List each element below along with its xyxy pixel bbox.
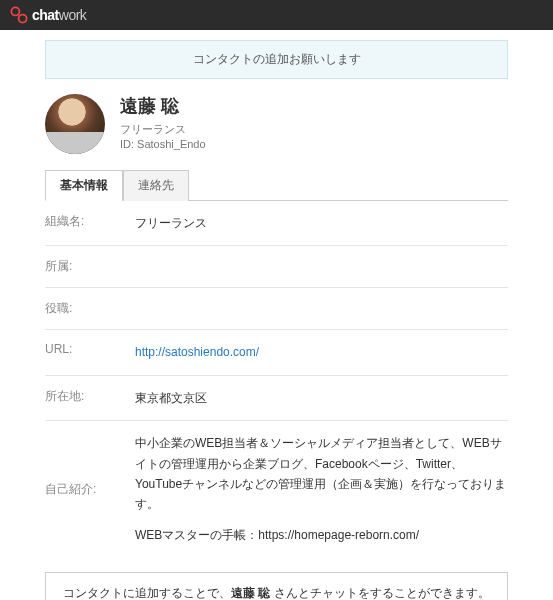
value-location: 東京都文京区 bbox=[135, 388, 508, 408]
row-dept: 所属: bbox=[45, 246, 508, 288]
brand-logo: chatwork bbox=[10, 6, 86, 24]
profile-role: フリーランス bbox=[120, 122, 206, 137]
avatar bbox=[45, 94, 105, 154]
tab-basic[interactable]: 基本情報 bbox=[45, 170, 123, 201]
label-intro: 自己紹介: bbox=[45, 481, 135, 498]
svg-point-0 bbox=[11, 7, 19, 15]
value-dept bbox=[135, 258, 508, 275]
add-box-pre: コンタクトに追加することで、 bbox=[63, 586, 231, 600]
value-org: フリーランス bbox=[135, 213, 508, 233]
svg-point-1 bbox=[19, 15, 27, 23]
value-title bbox=[135, 300, 508, 317]
add-box-post: さんとチャットをすることができます。 bbox=[271, 586, 490, 600]
url-link[interactable]: http://satoshiendo.com/ bbox=[135, 345, 259, 359]
notice-banner: コンタクトの追加お願いします bbox=[45, 40, 508, 79]
chatwork-icon bbox=[10, 6, 28, 24]
profile-header: 遠藤 聡 フリーランス ID: Satoshi_Endo bbox=[45, 94, 508, 154]
tab-contact[interactable]: 連絡先 bbox=[123, 170, 189, 201]
intro-para-2: WEBマスターの手帳：https://homepage-reborn.com/ bbox=[135, 525, 508, 545]
row-location: 所在地: 東京都文京区 bbox=[45, 376, 508, 421]
brand-text: chatwork bbox=[32, 7, 86, 23]
label-org: 組織名: bbox=[45, 213, 135, 233]
add-contact-box: コンタクトに追加することで、遠藤 聡 さんとチャットをすることができます。 bbox=[45, 572, 508, 600]
info-table: 組織名: フリーランス 所属: 役職: URL: http://satoshie… bbox=[45, 201, 508, 557]
label-location: 所在地: bbox=[45, 388, 135, 408]
profile-name: 遠藤 聡 bbox=[120, 94, 206, 118]
row-org: 組織名: フリーランス bbox=[45, 201, 508, 246]
label-title: 役職: bbox=[45, 300, 135, 317]
label-dept: 所属: bbox=[45, 258, 135, 275]
label-url: URL: bbox=[45, 342, 135, 362]
topbar: chatwork bbox=[0, 0, 553, 30]
add-box-name: 遠藤 聡 bbox=[231, 586, 270, 600]
row-title: 役職: bbox=[45, 288, 508, 330]
profile-id: ID: Satoshi_Endo bbox=[120, 137, 206, 152]
tabs: 基本情報 連絡先 bbox=[45, 169, 508, 201]
intro-para-1: 中小企業のWEB担当者＆ソーシャルメディア担当者として、WEBサイトの管理運用か… bbox=[135, 433, 508, 515]
value-url: http://satoshiendo.com/ bbox=[135, 342, 508, 362]
main-content: コンタクトの追加お願いします 遠藤 聡 フリーランス ID: Satoshi_E… bbox=[0, 30, 553, 600]
row-intro: 自己紹介: 中小企業のWEB担当者＆ソーシャルメディア担当者として、WEBサイト… bbox=[45, 421, 508, 557]
profile-info: 遠藤 聡 フリーランス ID: Satoshi_Endo bbox=[120, 94, 206, 154]
value-intro: 中小企業のWEB担当者＆ソーシャルメディア担当者として、WEBサイトの管理運用か… bbox=[135, 433, 508, 545]
row-url: URL: http://satoshiendo.com/ bbox=[45, 330, 508, 375]
